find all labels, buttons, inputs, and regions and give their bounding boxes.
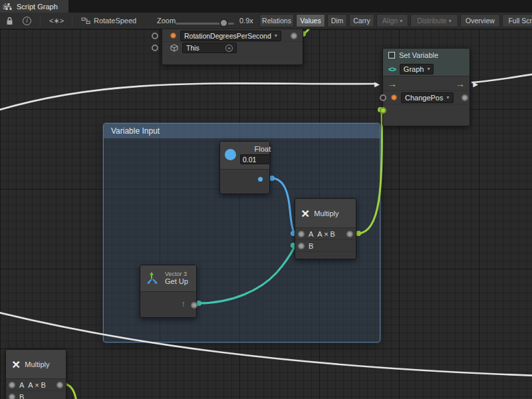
wire-flow-in	[0, 83, 376, 112]
node-body	[220, 170, 269, 194]
variable-icon	[388, 52, 395, 59]
graph-canvas[interactable]: Variable Input	[0, 29, 532, 399]
script-graph-window: Script Graph ⋮ □ × i <∗> RotateSpeed Zoo…	[0, 0, 532, 399]
port-input-b[interactable]	[9, 394, 15, 399]
chevron-down-icon: ▾	[400, 18, 402, 24]
dim-button[interactable]: Dim	[327, 14, 347, 27]
target-field[interactable]: This ×	[182, 43, 237, 53]
row-b: B	[295, 240, 356, 252]
node-set-variable[interactable]: Set Variable <> Graph ▾ ▶ → → ▶ ChangePo…	[382, 48, 470, 126]
row-a: A A × B	[295, 228, 356, 240]
port-input-a[interactable]	[9, 382, 15, 388]
port-result-label: A × B	[317, 230, 335, 238]
variable-kind-icon: <>	[388, 65, 396, 73]
chevron-down-icon: ▾	[447, 94, 450, 100]
port-a-label: A	[309, 230, 313, 238]
node-title: Multiply	[25, 360, 49, 368]
port-input-a[interactable]	[298, 231, 305, 237]
port-output-vector[interactable]	[191, 302, 198, 309]
scope-dropdown[interactable]: Graph ▾	[400, 64, 434, 74]
carry-button[interactable]: Carry	[349, 14, 374, 27]
flow-in-arrow-icon[interactable]: →	[388, 78, 397, 89]
flow-output-triangle[interactable]: ▶	[473, 80, 478, 87]
variable-name-row: ChangePos ▾	[383, 91, 469, 104]
node-header: Vector 3 Get Up	[140, 265, 196, 292]
port-output-value[interactable]	[462, 94, 468, 101]
node-body: ↑	[140, 292, 196, 318]
port-value-input[interactable]	[380, 107, 386, 114]
distribute-button[interactable]: Distribute▾	[410, 14, 458, 27]
node-type-label: Vector 3	[165, 271, 188, 277]
node-title: Set Variable	[399, 51, 438, 59]
toolbar-separator	[40, 15, 41, 26]
relations-button[interactable]: Relations	[259, 14, 294, 27]
node-header: × Multiply	[6, 350, 66, 379]
inspect-icon[interactable]: <∗>	[49, 13, 64, 29]
zoom-label: Zoom	[157, 13, 176, 29]
flow-input-triangle[interactable]: ▶	[374, 80, 380, 87]
port-b-label: B	[19, 393, 24, 399]
node-header: Float 0.01	[220, 142, 269, 170]
node-multiply[interactable]: × Multiply A A × B B	[295, 198, 356, 259]
float-value-field[interactable]: 0.01	[240, 154, 271, 164]
scope-row: <> Graph ▾	[383, 62, 469, 76]
wire-green-top-out	[303, 29, 311, 34]
chevron-down-icon: ▾	[427, 66, 430, 72]
variable-dropdown[interactable]: ChangePos ▾	[401, 92, 454, 103]
variable-type-dot	[391, 94, 397, 100]
port-name-input[interactable]	[380, 94, 386, 101]
close-icon[interactable]: ×	[0, 0, 11, 13]
multiply-icon: ×	[12, 357, 20, 371]
node-title: Float	[255, 145, 271, 153]
toolbar-separator	[72, 15, 72, 26]
align-button[interactable]: Align▾	[376, 14, 408, 27]
port-input-left[interactable]	[152, 33, 158, 39]
info-icon[interactable]: i	[23, 13, 31, 29]
flow-row: ▶ → → ▶	[383, 76, 469, 91]
values-button[interactable]: Values	[296, 14, 325, 27]
float-type-icon	[225, 149, 236, 160]
vector3-axes-icon	[146, 271, 161, 286]
variable-row: RotationDegreesPerSecond ▾	[162, 30, 303, 42]
gameobject-cube-icon	[170, 44, 178, 52]
port-output-result[interactable]	[346, 231, 353, 237]
chevron-down-icon: ▾	[275, 33, 277, 39]
chevron-down-icon: ▾	[449, 18, 452, 24]
port-b-label: B	[309, 242, 313, 250]
graph-toolbar: i <∗> RotateSpeed Zoom 0.9x Relations Va…	[0, 13, 532, 29]
port-output-result[interactable]	[57, 382, 63, 388]
graph-name-breadcrumb[interactable]: RotateSpeed	[94, 13, 136, 29]
zoom-slider-handle[interactable]	[219, 19, 228, 27]
node-header: × Multiply	[295, 199, 356, 228]
full-screen-button[interactable]: Full Screen	[502, 14, 532, 27]
node-get-variable[interactable]: RotationDegreesPerSecond ▾ This ×	[162, 29, 303, 65]
wire-flow-out	[472, 73, 532, 82]
node-header: Set Variable	[383, 49, 469, 62]
port-input-target[interactable]	[152, 45, 158, 51]
port-output-float[interactable]	[258, 177, 263, 182]
node-float-literal[interactable]: Float 0.01	[219, 141, 270, 194]
flow-out-arrow-icon[interactable]: →	[456, 78, 465, 89]
node-title: Get Up	[165, 277, 188, 286]
row-b: B	[6, 391, 66, 399]
clear-target-icon[interactable]: ×	[225, 45, 233, 52]
toolbar-buttons: Relations Values Dim Carry Align▾ Distri…	[259, 14, 532, 27]
row-a: A A × B	[6, 379, 66, 391]
lock-icon[interactable]	[6, 13, 13, 29]
tab-label: Script Graph	[17, 3, 58, 11]
node-footer	[295, 252, 356, 260]
port-a-label: A	[19, 381, 24, 389]
multiply-icon: ×	[301, 206, 309, 220]
value-input-row	[383, 104, 469, 116]
node-multiply[interactable]: × Multiply A A × B B	[5, 349, 66, 399]
group-header[interactable]: Variable Input	[104, 124, 380, 138]
node-title: Multiply	[314, 209, 338, 217]
node-vector3-get-up[interactable]: Vector 3 Get Up ↑	[140, 265, 197, 318]
port-input-b[interactable]	[298, 243, 305, 249]
variable-dropdown[interactable]: RotationDegreesPerSecond ▾	[180, 31, 281, 41]
group-title: Variable Input	[111, 126, 160, 136]
port-output-value[interactable]	[291, 33, 297, 39]
vector-up-icon: ↑	[182, 299, 186, 309]
overview-button[interactable]: Overview	[460, 14, 500, 27]
graph-asset-icon	[81, 13, 90, 29]
